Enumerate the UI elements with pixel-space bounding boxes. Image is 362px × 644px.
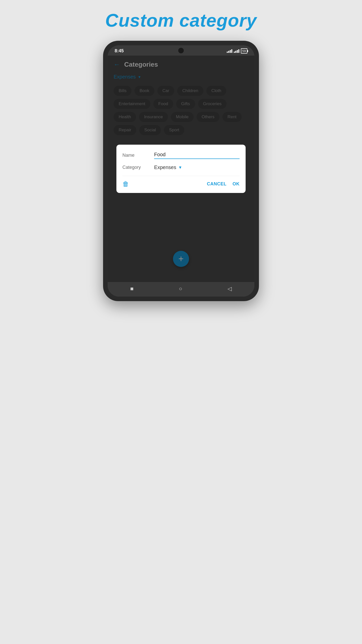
bar3	[230, 50, 231, 53]
signal-bars-1	[227, 49, 232, 53]
modal-category-value: Expenses	[154, 165, 176, 170]
bar6	[235, 51, 236, 53]
phone-screen: 8:45 59	[108, 45, 254, 297]
page-title: Custom category	[105, 10, 257, 31]
nav-bar: ■ ○ ◁	[108, 282, 254, 297]
app-content: ← Categories Expenses ▼ Bills Book Car C…	[108, 56, 254, 282]
phone-frame: 8:45 59	[103, 41, 259, 301]
modal-box: Name Category Expenses ▼	[116, 145, 246, 193]
bar8	[238, 49, 239, 53]
modal-action-buttons: CANCEL OK	[207, 181, 240, 187]
modal-name-label: Name	[122, 153, 150, 158]
cancel-button[interactable]: CANCEL	[207, 181, 227, 187]
modal-name-input[interactable]	[154, 152, 240, 159]
bar5	[234, 52, 235, 53]
modal-name-row: Name	[122, 152, 240, 159]
page-wrapper: Custom category 8:45	[78, 10, 284, 301]
status-bar: 8:45 59	[108, 45, 254, 56]
status-icons: 59	[227, 48, 247, 54]
battery-icon: 59	[241, 48, 247, 54]
modal-category-label: Category	[122, 165, 150, 170]
bar7	[237, 50, 238, 53]
nav-triangle-button[interactable]: ◁	[228, 286, 232, 292]
signal-bars-2	[234, 49, 239, 53]
bar1	[227, 52, 228, 53]
modal-category-select[interactable]: Expenses ▼	[154, 165, 182, 170]
status-time: 8:45	[115, 48, 124, 54]
bar2	[228, 51, 229, 53]
modal-divider	[122, 176, 240, 176]
modal-category-arrow-icon: ▼	[178, 165, 182, 170]
modal-category-row: Category Expenses ▼	[122, 165, 240, 170]
modal-actions: 🗑 CANCEL OK	[122, 180, 240, 188]
nav-circle-button[interactable]: ○	[179, 286, 182, 292]
modal-overlay: Name Category Expenses ▼	[108, 56, 254, 282]
delete-icon[interactable]: 🗑	[122, 180, 129, 188]
bar4	[231, 49, 232, 53]
camera-notch	[178, 48, 184, 53]
ok-button[interactable]: OK	[233, 181, 240, 187]
nav-square-button[interactable]: ■	[130, 286, 133, 292]
